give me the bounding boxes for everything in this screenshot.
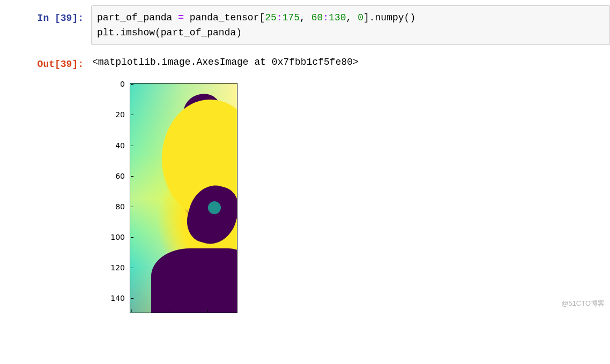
y-tick: 0	[120, 77, 130, 92]
input-prompt: In [39]:	[0, 5, 91, 26]
y-tick: 20	[115, 107, 130, 122]
comma: ,	[346, 12, 358, 23]
y-tick: 140	[110, 291, 130, 306]
comma: ,	[300, 12, 311, 23]
y-tick: 120	[110, 260, 130, 275]
output-cell: Out[39]: <matplotlib.image.AxesImage at …	[0, 51, 610, 313]
y-tick: 80	[115, 199, 130, 214]
operator-equals: =	[178, 12, 184, 23]
output-area: <matplotlib.image.AxesImage at 0x7fbb1cf…	[91, 51, 610, 313]
code-token: panda_tensor[	[184, 12, 265, 23]
x-tick: 50	[203, 313, 212, 313]
x-tick: 0	[129, 313, 133, 313]
number-literal: 175	[282, 12, 300, 23]
y-tick: 40	[115, 138, 130, 153]
number-literal: 0	[358, 12, 363, 23]
output-repr: <matplotlib.image.AxesImage at 0x7fbb1cf…	[92, 55, 610, 70]
image-region-eye	[208, 201, 221, 214]
code-token: part_of_panda	[97, 12, 178, 23]
code-input[interactable]: part_of_panda = panda_tensor[25:175, 60:…	[91, 5, 610, 45]
watermark: @51CTO博客	[561, 296, 605, 311]
matplotlib-figure: 02040608010012014002550 @51CTO博客	[92, 70, 610, 313]
image-region-body	[151, 248, 237, 313]
number-literal: 130	[329, 12, 346, 23]
axes: 02040608010012014002550	[130, 83, 237, 313]
output-prompt: Out[39]:	[0, 51, 91, 72]
number-literal: 60	[311, 12, 323, 23]
slice-colon: :	[277, 12, 282, 23]
number-literal: 25	[265, 12, 277, 23]
code-line-2: plt.imshow(part_of_panda)	[97, 27, 242, 38]
input-cell: In [39]: part_of_panda = panda_tensor[25…	[0, 5, 610, 45]
code-token: ].numpy()	[363, 12, 415, 23]
slice-colon: :	[323, 12, 329, 23]
x-tick: 25	[165, 313, 174, 313]
y-tick: 60	[115, 169, 130, 184]
axes-image	[130, 84, 237, 313]
y-tick: 100	[110, 230, 130, 245]
